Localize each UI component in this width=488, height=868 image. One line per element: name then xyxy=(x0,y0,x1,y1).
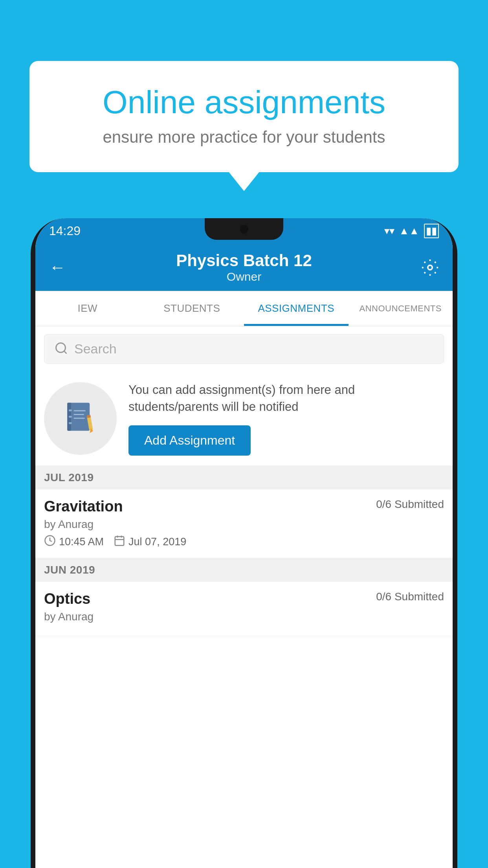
assignment-time-value: 10:45 AM xyxy=(59,536,104,548)
empty-state-card: You can add assignment(s) from here and … xyxy=(35,371,453,466)
svg-point-0 xyxy=(428,265,432,269)
assignment-top: Gravitation 0/6 Submitted xyxy=(44,498,444,515)
speech-bubble-title: Online assignments xyxy=(57,85,431,120)
assignment-title-optics: Optics xyxy=(44,590,90,607)
app-bar-subtitle: Owner xyxy=(73,270,415,283)
add-assignment-button[interactable]: Add Assignment xyxy=(128,425,251,456)
search-icon xyxy=(54,341,68,357)
app-bar-title: Physics Batch 12 xyxy=(73,251,415,270)
tab-assignments[interactable]: ASSIGNMENTS xyxy=(244,291,349,326)
tab-bar: IEW STUDENTS ASSIGNMENTS ANNOUNCEMENTS xyxy=(35,291,453,326)
assignment-submitted-optics: 0/6 Submitted xyxy=(376,590,444,603)
svg-rect-6 xyxy=(69,416,72,418)
wifi-icon: ▾▾ xyxy=(384,225,394,237)
search-bar[interactable]: Search xyxy=(44,334,444,364)
month-header-jun: JUN 2019 xyxy=(35,558,453,582)
assignment-row-optics[interactable]: Optics 0/6 Submitted by Anurag xyxy=(35,582,453,636)
search-container: Search xyxy=(35,326,453,371)
svg-rect-7 xyxy=(69,422,72,424)
app-bar: ← Physics Batch 12 Owner xyxy=(35,244,453,291)
svg-rect-10 xyxy=(73,417,85,419)
speech-bubble: Online assignments ensure more practice … xyxy=(29,61,459,172)
svg-rect-9 xyxy=(73,414,84,415)
svg-rect-15 xyxy=(115,537,124,546)
settings-button[interactable] xyxy=(415,259,439,276)
battery-icon: ▮▮ xyxy=(424,224,439,238)
phone-notch xyxy=(205,218,283,240)
empty-state-description: You can add assignment(s) from here and … xyxy=(128,381,444,416)
svg-rect-5 xyxy=(69,409,72,411)
tab-students[interactable]: STUDENTS xyxy=(140,291,244,326)
empty-state-right: You can add assignment(s) from here and … xyxy=(128,381,444,456)
assignment-date-value: Jul 07, 2019 xyxy=(128,536,186,548)
calendar-icon xyxy=(114,535,125,549)
tab-announcements[interactable]: ANNOUNCEMENTS xyxy=(349,291,453,326)
signal-icon: ▲▲ xyxy=(399,225,419,237)
tab-iew[interactable]: IEW xyxy=(35,291,140,326)
assignment-author-optics: by Anurag xyxy=(44,611,444,623)
screen-content: Search xyxy=(35,326,453,868)
phone-screen: 14:29 ▾▾ ▲▲ ▮▮ ← Physics Batch 12 Owner xyxy=(35,218,453,868)
notebook-icon xyxy=(62,399,99,438)
svg-point-1 xyxy=(56,343,66,352)
svg-rect-8 xyxy=(73,410,85,411)
assignment-submitted-gravitation: 0/6 Submitted xyxy=(376,498,444,511)
status-time: 14:29 xyxy=(49,224,81,238)
assignment-author-gravitation: by Anurag xyxy=(44,518,444,531)
status-icons: ▾▾ ▲▲ ▮▮ xyxy=(384,224,439,238)
assignment-title-gravitation: Gravitation xyxy=(44,498,123,515)
back-button[interactable]: ← xyxy=(49,258,73,277)
assignment-row-gravitation[interactable]: Gravitation 0/6 Submitted by Anurag 10:4… xyxy=(35,489,453,558)
assignment-date: Jul 07, 2019 xyxy=(114,535,186,549)
month-header-jul: JUL 2019 xyxy=(35,466,453,489)
phone-frame: 14:29 ▾▾ ▲▲ ▮▮ ← Physics Batch 12 Owner xyxy=(31,218,457,868)
assignment-top-optics: Optics 0/6 Submitted xyxy=(44,590,444,607)
clock-icon xyxy=(44,535,56,549)
assignment-time: 10:45 AM xyxy=(44,535,104,549)
assignment-meta-gravitation: 10:45 AM Jul 07, 2019 xyxy=(44,535,444,549)
notebook-icon-circle xyxy=(44,382,117,455)
svg-line-2 xyxy=(64,351,67,353)
app-bar-title-group: Physics Batch 12 Owner xyxy=(73,251,415,283)
speech-bubble-subtitle: ensure more practice for your students xyxy=(57,128,431,147)
search-placeholder: Search xyxy=(74,341,117,357)
speech-bubble-container: Online assignments ensure more practice … xyxy=(29,61,459,172)
